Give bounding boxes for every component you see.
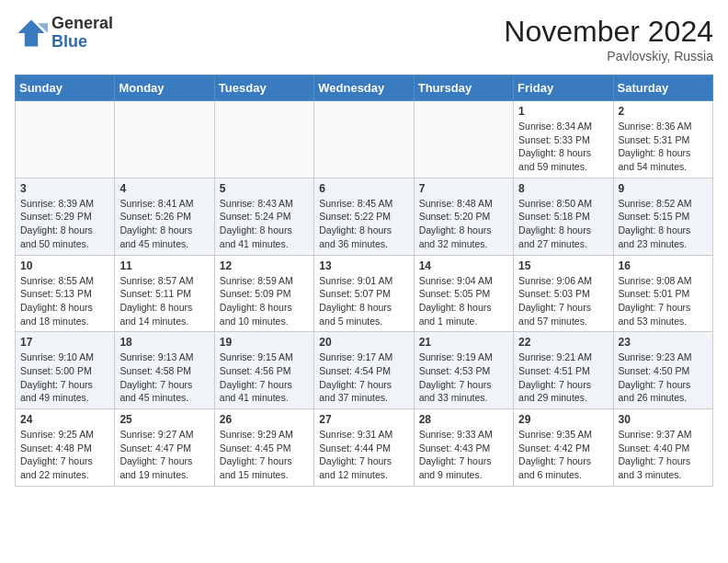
day-info: Sunrise: 8:39 AM Sunset: 5:29 PM Dayligh… — [20, 197, 109, 251]
day-cell: 5Sunrise: 8:43 AM Sunset: 5:24 PM Daylig… — [214, 178, 313, 255]
day-info: Sunrise: 9:15 AM Sunset: 4:56 PM Dayligh… — [220, 350, 309, 405]
day-cell: 9Sunrise: 8:52 AM Sunset: 5:15 PM Daylig… — [613, 178, 712, 255]
weekday-header-saturday: Saturday — [613, 75, 712, 101]
day-cell: 19Sunrise: 9:15 AM Sunset: 4:56 PM Dayli… — [214, 332, 313, 409]
day-cell: 12Sunrise: 8:59 AM Sunset: 5:09 PM Dayli… — [214, 255, 313, 332]
day-info: Sunrise: 8:59 AM Sunset: 5:09 PM Dayligh… — [220, 274, 309, 328]
day-info: Sunrise: 9:27 AM Sunset: 4:47 PM Dayligh… — [119, 428, 209, 482]
day-cell: 14Sunrise: 9:04 AM Sunset: 5:05 PM Dayli… — [414, 255, 513, 332]
day-cell: 7Sunrise: 8:48 AM Sunset: 5:20 PM Daylig… — [414, 178, 513, 255]
weekday-header-thursday: Thursday — [414, 75, 513, 101]
day-cell: 8Sunrise: 8:50 AM Sunset: 5:18 PM Daylig… — [514, 178, 613, 255]
week-row-4: 17Sunrise: 9:10 AM Sunset: 5:00 PM Dayli… — [16, 332, 713, 409]
day-cell: 4Sunrise: 8:41 AM Sunset: 5:26 PM Daylig… — [115, 178, 214, 255]
day-number: 25 — [119, 413, 209, 426]
week-row-3: 10Sunrise: 8:55 AM Sunset: 5:13 PM Dayli… — [16, 255, 713, 332]
day-cell: 6Sunrise: 8:45 AM Sunset: 5:22 PM Daylig… — [314, 178, 414, 255]
day-number: 1 — [518, 105, 608, 118]
week-row-1: 1Sunrise: 8:34 AM Sunset: 5:33 PM Daylig… — [16, 101, 713, 178]
day-info: Sunrise: 9:13 AM Sunset: 4:58 PM Dayligh… — [119, 350, 209, 405]
day-cell: 16Sunrise: 9:08 AM Sunset: 5:01 PM Dayli… — [613, 255, 712, 332]
day-number: 21 — [419, 336, 508, 349]
day-info: Sunrise: 9:23 AM Sunset: 4:50 PM Dayligh… — [619, 350, 708, 405]
logo: General Blue — [15, 15, 113, 52]
weekday-header-wednesday: Wednesday — [314, 75, 414, 101]
weekday-header-friday: Friday — [514, 75, 613, 101]
day-number: 24 — [20, 413, 109, 426]
day-number: 13 — [319, 259, 408, 272]
day-number: 8 — [518, 182, 608, 195]
day-number: 12 — [220, 259, 309, 272]
day-number: 18 — [119, 336, 209, 349]
logo-text: General Blue — [51, 15, 113, 52]
day-cell — [214, 101, 313, 178]
day-info: Sunrise: 9:29 AM Sunset: 4:45 PM Dayligh… — [220, 428, 309, 482]
day-cell: 30Sunrise: 9:37 AM Sunset: 4:40 PM Dayli… — [613, 409, 712, 487]
day-info: Sunrise: 9:01 AM Sunset: 5:07 PM Dayligh… — [319, 274, 408, 328]
day-info: Sunrise: 8:48 AM Sunset: 5:20 PM Dayligh… — [419, 197, 508, 251]
month-title: November 2024 — [504, 15, 713, 49]
location: Pavlovskiy, Russia — [504, 49, 713, 63]
day-info: Sunrise: 9:37 AM Sunset: 4:40 PM Dayligh… — [619, 428, 708, 482]
day-info: Sunrise: 9:33 AM Sunset: 4:43 PM Dayligh… — [419, 428, 508, 482]
day-number: 20 — [319, 336, 408, 349]
day-number: 7 — [419, 182, 508, 195]
day-number: 9 — [619, 182, 708, 195]
day-cell: 15Sunrise: 9:06 AM Sunset: 5:03 PM Dayli… — [514, 255, 613, 332]
day-cell: 21Sunrise: 9:19 AM Sunset: 4:53 PM Dayli… — [414, 332, 513, 409]
day-cell: 1Sunrise: 8:34 AM Sunset: 5:33 PM Daylig… — [514, 101, 613, 178]
day-cell: 18Sunrise: 9:13 AM Sunset: 4:58 PM Dayli… — [115, 332, 214, 409]
day-cell: 11Sunrise: 8:57 AM Sunset: 5:11 PM Dayli… — [115, 255, 214, 332]
weekday-header-monday: Monday — [115, 75, 214, 101]
day-info: Sunrise: 9:08 AM Sunset: 5:01 PM Dayligh… — [619, 274, 708, 328]
day-info: Sunrise: 8:52 AM Sunset: 5:15 PM Dayligh… — [619, 197, 708, 251]
day-number: 5 — [220, 182, 309, 195]
day-info: Sunrise: 8:57 AM Sunset: 5:11 PM Dayligh… — [119, 274, 209, 328]
day-cell — [414, 101, 513, 178]
day-info: Sunrise: 9:35 AM Sunset: 4:42 PM Dayligh… — [518, 428, 608, 482]
day-info: Sunrise: 9:17 AM Sunset: 4:54 PM Dayligh… — [319, 350, 408, 405]
day-info: Sunrise: 9:25 AM Sunset: 4:48 PM Dayligh… — [20, 428, 109, 482]
day-number: 30 — [619, 413, 708, 426]
day-info: Sunrise: 9:04 AM Sunset: 5:05 PM Dayligh… — [419, 274, 508, 328]
day-number: 3 — [20, 182, 109, 195]
day-cell — [115, 101, 214, 178]
day-info: Sunrise: 8:50 AM Sunset: 5:18 PM Dayligh… — [518, 197, 608, 251]
day-cell: 26Sunrise: 9:29 AM Sunset: 4:45 PM Dayli… — [214, 409, 313, 487]
day-number: 14 — [419, 259, 508, 272]
day-number: 10 — [20, 259, 109, 272]
day-number: 19 — [220, 336, 309, 349]
day-number: 28 — [419, 413, 508, 426]
day-cell: 2Sunrise: 8:36 AM Sunset: 5:31 PM Daylig… — [613, 101, 712, 178]
day-info: Sunrise: 8:34 AM Sunset: 5:33 PM Dayligh… — [518, 120, 608, 174]
day-info: Sunrise: 8:43 AM Sunset: 5:24 PM Dayligh… — [220, 197, 309, 251]
logo-icon — [15, 17, 48, 50]
week-row-2: 3Sunrise: 8:39 AM Sunset: 5:29 PM Daylig… — [16, 178, 713, 255]
day-cell: 3Sunrise: 8:39 AM Sunset: 5:29 PM Daylig… — [16, 178, 115, 255]
day-cell — [16, 101, 115, 178]
calendar: SundayMondayTuesdayWednesdayThursdayFrid… — [15, 75, 713, 487]
day-cell: 29Sunrise: 9:35 AM Sunset: 4:42 PM Dayli… — [514, 409, 613, 487]
day-number: 15 — [518, 259, 608, 272]
day-cell: 22Sunrise: 9:21 AM Sunset: 4:51 PM Dayli… — [514, 332, 613, 409]
day-info: Sunrise: 9:19 AM Sunset: 4:53 PM Dayligh… — [419, 350, 508, 405]
day-cell: 24Sunrise: 9:25 AM Sunset: 4:48 PM Dayli… — [16, 409, 115, 487]
day-info: Sunrise: 8:45 AM Sunset: 5:22 PM Dayligh… — [319, 197, 408, 251]
day-info: Sunrise: 9:10 AM Sunset: 5:00 PM Dayligh… — [20, 350, 109, 405]
weekday-header-row: SundayMondayTuesdayWednesdayThursdayFrid… — [16, 75, 713, 101]
weekday-header-tuesday: Tuesday — [214, 75, 313, 101]
day-info: Sunrise: 9:31 AM Sunset: 4:44 PM Dayligh… — [319, 428, 408, 482]
day-cell — [314, 101, 414, 178]
title-area: November 2024 Pavlovskiy, Russia — [504, 15, 713, 63]
day-info: Sunrise: 8:36 AM Sunset: 5:31 PM Dayligh… — [619, 120, 708, 174]
day-cell: 28Sunrise: 9:33 AM Sunset: 4:43 PM Dayli… — [414, 409, 513, 487]
day-cell: 25Sunrise: 9:27 AM Sunset: 4:47 PM Dayli… — [115, 409, 214, 487]
day-cell: 13Sunrise: 9:01 AM Sunset: 5:07 PM Dayli… — [314, 255, 414, 332]
day-info: Sunrise: 8:41 AM Sunset: 5:26 PM Dayligh… — [119, 197, 209, 251]
day-number: 2 — [619, 105, 708, 118]
day-number: 26 — [220, 413, 309, 426]
day-cell: 27Sunrise: 9:31 AM Sunset: 4:44 PM Dayli… — [314, 409, 414, 487]
page-header: General Blue November 2024 Pavlovskiy, R… — [15, 15, 713, 63]
day-cell: 20Sunrise: 9:17 AM Sunset: 4:54 PM Dayli… — [314, 332, 414, 409]
day-cell: 10Sunrise: 8:55 AM Sunset: 5:13 PM Dayli… — [16, 255, 115, 332]
